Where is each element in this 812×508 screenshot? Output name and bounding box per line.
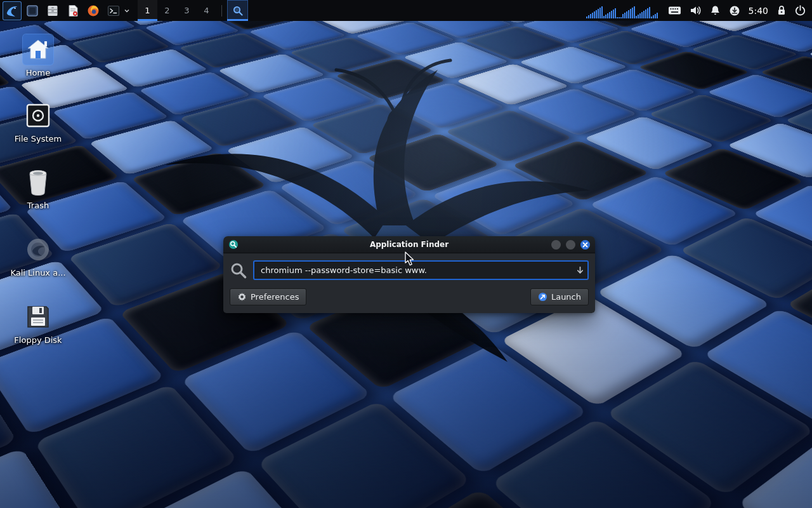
- firefox-icon: [87, 4, 100, 17]
- workspace-2-label: 2: [164, 6, 169, 15]
- panel-tray: 5:40: [586, 0, 812, 21]
- workspace-button-4[interactable]: 4: [197, 0, 216, 21]
- window-icon: [228, 239, 239, 250]
- floppy-disk-icon: [25, 304, 51, 330]
- desktop-icon-label: Trash: [8, 201, 69, 211]
- application-finder-window-icon: [228, 239, 239, 250]
- notifications-button[interactable]: [710, 5, 721, 16]
- text-editor-icon: [67, 4, 79, 17]
- desktop-icon-floppy-disk[interactable]: Floppy Disk: [8, 302, 69, 345]
- gear-icon: [237, 292, 247, 302]
- desktop-icon-kali-linux[interactable]: Kali Linux a...: [8, 234, 69, 278]
- desktop-icon-label: Home: [8, 68, 69, 78]
- desktop-icon-label: File System: [8, 134, 69, 144]
- clock[interactable]: 5:40: [749, 6, 768, 16]
- maximize-button[interactable]: [566, 240, 575, 250]
- kali-menu-button[interactable]: [3, 1, 22, 20]
- finder-body: Preferences Launch: [223, 253, 595, 313]
- screen-lock-button[interactable]: [776, 5, 787, 16]
- bell-icon: [710, 5, 721, 16]
- terminal-launcher[interactable]: [104, 1, 123, 20]
- terminal-dropdown-button[interactable]: [124, 8, 130, 14]
- desktop-icon-home[interactable]: Home: [8, 34, 69, 78]
- window-manager-launcher[interactable]: [23, 1, 42, 20]
- kali-document-icon: [25, 236, 51, 263]
- workspace-1-label: 1: [145, 6, 150, 15]
- speaker-icon: [690, 5, 702, 16]
- trash-bin-icon: [25, 169, 51, 196]
- workspace-3-label: 3: [184, 6, 189, 15]
- top-panel: 1 2 3 4: [0, 0, 812, 21]
- window-manager-icon: [26, 4, 39, 17]
- preferences-button[interactable]: Preferences: [230, 288, 306, 305]
- window-controls: [551, 240, 590, 250]
- text-editor-launcher[interactable]: [63, 1, 82, 20]
- launch-label: Launch: [551, 292, 581, 302]
- desktop-icon-label: Kali Linux a...: [8, 268, 69, 278]
- file-system-drive-icon: [25, 102, 51, 129]
- desktop-icon-trash[interactable]: Trash: [8, 167, 69, 211]
- terminal-icon: [107, 4, 120, 17]
- preferences-label: Preferences: [251, 292, 299, 302]
- panel-launchers: 1 2 3 4: [0, 0, 248, 21]
- launch-button[interactable]: Launch: [530, 288, 589, 305]
- desktop-icon-label: Floppy Disk: [8, 335, 69, 345]
- file-manager-launcher[interactable]: [43, 1, 62, 20]
- update-arrow-icon: [729, 5, 740, 17]
- keyboard-icon: [668, 6, 681, 15]
- session-logout-button[interactable]: [795, 5, 806, 16]
- lock-icon: [776, 5, 787, 16]
- titlebar[interactable]: Application Finder: [223, 236, 595, 253]
- desktop-icon-file-system[interactable]: File System: [8, 100, 69, 144]
- application-finder-icon: [232, 5, 244, 17]
- workspace-button-2[interactable]: 2: [157, 0, 177, 21]
- finder-input[interactable]: [253, 260, 589, 280]
- keyboard-indicator-button[interactable]: [668, 6, 681, 15]
- application-finder-taskbar-button[interactable]: [227, 0, 248, 21]
- power-icon: [795, 5, 806, 16]
- firefox-launcher[interactable]: [84, 1, 103, 20]
- home-icon: [25, 37, 51, 62]
- close-icon: [582, 242, 588, 248]
- application-finder-window: Application Finder: [223, 236, 595, 313]
- window-title: Application Finder: [223, 240, 595, 249]
- kali-logo-icon: [5, 4, 19, 18]
- workspace-switcher: 1 2 3 4: [138, 0, 216, 21]
- search-icon: [230, 262, 247, 279]
- launch-icon: [538, 292, 547, 302]
- arrow-down-icon: [576, 266, 584, 274]
- workspace-button-3[interactable]: 3: [177, 0, 197, 21]
- kali-dragon-silhouette: [108, 35, 590, 365]
- updates-button[interactable]: [729, 5, 740, 17]
- panel-separator: [221, 5, 222, 17]
- file-manager-icon: [46, 4, 59, 17]
- minimize-button[interactable]: [551, 240, 561, 250]
- workspace-button-1[interactable]: 1: [138, 0, 157, 21]
- chevron-down-icon: [124, 8, 130, 14]
- audio-spectrum-graph: [586, 3, 660, 18]
- workspace-4-label: 4: [204, 6, 209, 15]
- close-button[interactable]: [580, 240, 590, 250]
- volume-button[interactable]: [690, 5, 702, 16]
- history-dropdown-button[interactable]: [573, 264, 586, 277]
- desktop-screen: 1 2 3 4: [0, 0, 812, 508]
